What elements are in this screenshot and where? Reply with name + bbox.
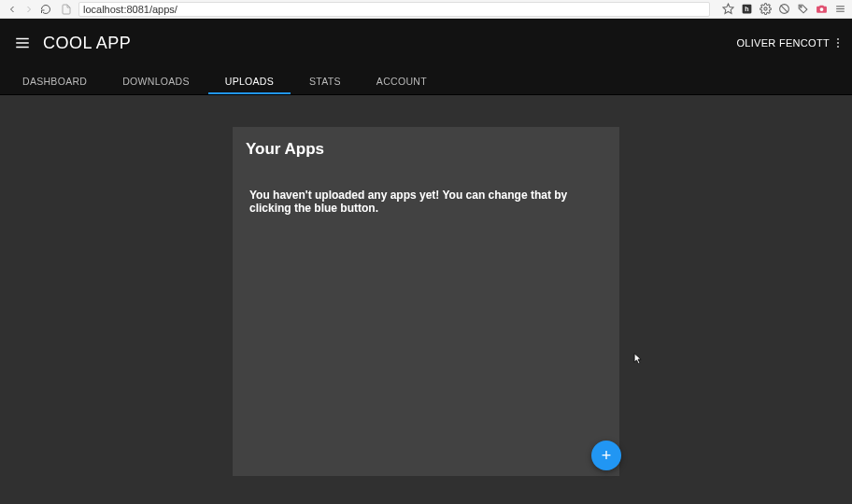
block-icon[interactable] [777,3,790,16]
svg-point-7 [819,7,823,11]
star-icon[interactable] [721,3,734,16]
app-header: COOL APP OLIVER FENCOTT [0,19,852,67]
add-app-button[interactable]: + [591,441,621,470]
user-name: OLIVER FENCOTT [736,37,830,49]
tag-icon[interactable] [796,3,809,16]
svg-line-5 [780,6,788,13]
gear-icon[interactable] [759,3,772,16]
browser-menu-icon[interactable] [833,3,846,16]
tab-uploads[interactable]: UPLOADS [216,67,283,94]
reload-button[interactable] [39,3,52,16]
svg-point-6 [800,7,802,8]
tab-dashboard[interactable]: DASHBOARD [13,67,96,94]
address-bar[interactable]: localhost:8081/apps/ [78,2,710,17]
tab-account[interactable]: ACCOUNT [367,67,436,94]
apps-card: Your Apps You haven't uploaded any apps … [233,127,619,476]
card-body-text: You haven't uploaded any apps yet! You c… [246,189,606,215]
page-icon [60,3,73,16]
tab-stats[interactable]: STATS [300,67,350,94]
card-title: Your Apps [246,140,606,159]
more-icon [835,36,841,49]
url-text: localhost:8081/apps/ [83,4,178,15]
user-menu[interactable]: OLIVER FENCOTT [736,36,841,49]
app-title: COOL APP [43,34,131,53]
svg-point-3 [763,7,766,10]
extension-h-icon[interactable]: h [740,3,753,16]
forward-button[interactable] [22,3,36,16]
svg-marker-0 [723,4,733,13]
back-button[interactable] [6,3,19,16]
hamburger-menu-button[interactable] [11,32,34,54]
plus-icon: + [602,446,612,466]
content-area: Your Apps You haven't uploaded any apps … [0,95,852,504]
svg-text:h: h [745,6,748,12]
tab-downloads[interactable]: DOWNLOADS [113,67,199,94]
app-root: COOL APP OLIVER FENCOTT DASHBOARD DOWNLO… [0,19,852,504]
camera-icon[interactable] [815,3,828,16]
tab-bar: DASHBOARD DOWNLOADS UPLOADS STATS ACCOUN… [0,67,852,95]
browser-toolbar: localhost:8081/apps/ h [0,0,852,19]
